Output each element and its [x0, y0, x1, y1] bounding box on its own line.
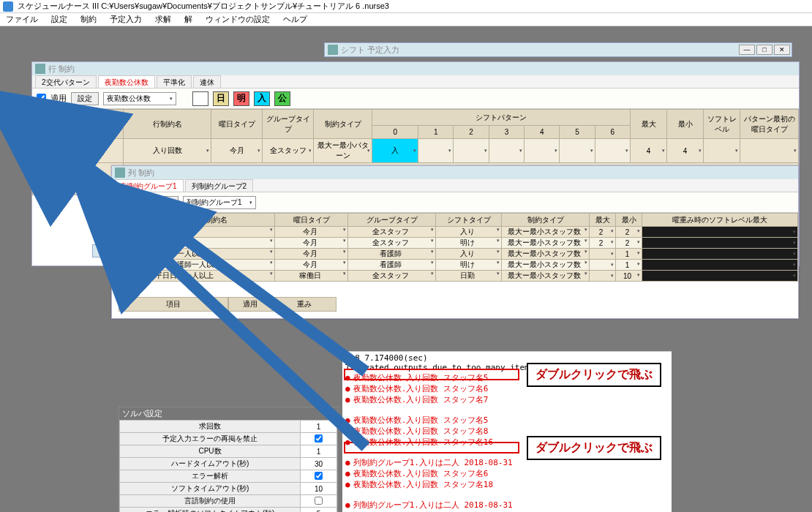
col-row-4-name[interactable]: 明け看護師一人以上 [151, 260, 275, 271]
col-sp6[interactable]: 6 [595, 126, 630, 139]
console-line-9[interactable]: ●夜勤数公休数.入り回数 スタッフ名6 [345, 468, 669, 479]
shift-btn-day[interactable]: 日 [213, 91, 229, 106]
menu-window-settings[interactable]: ウィンドウの設定 [203, 13, 273, 26]
menu-help[interactable]: ヘルプ [280, 13, 310, 26]
solver-chk-1[interactable] [315, 434, 323, 443]
ccol-apply[interactable]: 適用 [130, 214, 151, 227]
col-row-5-day[interactable]: 稼働日 [275, 271, 348, 282]
col-row-1-ctype[interactable]: 最大ー最小スタッフ数 [502, 227, 590, 238]
col-row-5-apply[interactable] [130, 271, 151, 282]
col-row-4-max[interactable] [590, 260, 616, 271]
col-row-2-name[interactable]: 明けは二人 [151, 238, 275, 249]
solver-table[interactable]: 求回数1予定入力エラーの再掲を禁止CPU数1ハードタイムアウト(秒)30エラー解… [119, 420, 337, 512]
row-2-max[interactable]: 4 [631, 139, 667, 163]
menu-constraints[interactable]: 制約 [78, 13, 99, 26]
col-constraint-window[interactable]: 列 制約 列制約グループ1 列制約グループ2 適用 設定 列制約グループ1 ▾ … [111, 165, 799, 319]
tab-2shift[interactable]: 2交代パターン [35, 75, 97, 88]
col-row-3-name[interactable]: 看護師一人以上 [151, 249, 275, 260]
col-row-5-chk[interactable] [136, 271, 144, 279]
row-2-daytype[interactable]: 今月 [211, 139, 263, 163]
shift-btn-blank[interactable] [192, 91, 208, 106]
col-grouptype[interactable]: グループタイプ [263, 110, 314, 139]
menu-settings[interactable]: 設定 [48, 13, 70, 26]
shift-max-button[interactable]: □ [756, 45, 772, 55]
col-settings-button[interactable]: 設定 [151, 196, 178, 209]
col-row-2-ctype[interactable]: 最大ー最小スタッフ数 [502, 238, 590, 249]
row-2-sp5[interactable] [560, 139, 595, 163]
tab-colgroup1[interactable]: 列制約グループ1 [115, 179, 184, 192]
solver-row-4[interactable]: エラー解析 [120, 470, 337, 483]
col-row-1-apply[interactable] [130, 227, 151, 238]
solver-row-7[interactable]: エラー解析時のソフトタイムアウト(秒)5 [120, 508, 337, 513]
solver-val-2[interactable]: 1 [301, 445, 337, 458]
row-2-sp0[interactable]: 入 [372, 139, 418, 163]
col-row-3-min[interactable]: 1 [616, 249, 642, 260]
col-row-1-shift[interactable]: 入り [436, 227, 502, 238]
console-line-2[interactable]: ●夜勤数公休数.入り回数 スタッフ名7 [345, 394, 669, 405]
ccol-shift[interactable]: シフトタイプ [436, 214, 502, 227]
solver-settings-panel[interactable]: ソルバ設定 求回数1予定入力エラーの再掲を禁止CPU数1ハードタイムアウト(秒)… [119, 407, 338, 512]
col-row-2-grp[interactable]: 全スタッフ [348, 238, 436, 249]
row-group-combo[interactable]: 夜勤数公休数 ▾ [103, 92, 176, 105]
shift-window[interactable]: シフト 予定入力 — □ ✕ [324, 42, 792, 57]
row-3-no[interactable]: 3 [33, 163, 53, 179]
shift-close-button[interactable]: ✕ [774, 45, 790, 55]
col-shiftpattern[interactable]: シフトパターン [372, 110, 631, 126]
ccol-daytype[interactable]: 曜日タイプ [275, 214, 348, 227]
row-2-sp6[interactable] [595, 139, 630, 163]
col-row-1-day[interactable]: 今月 [275, 227, 348, 238]
col-row-4-apply[interactable] [130, 260, 151, 271]
row-apply-checkbox[interactable] [37, 94, 46, 103]
tab-night-holiday[interactable]: 夜勤数公休数 [98, 75, 155, 88]
row-2[interactable]: 2 入り回数 今月 全スタッフ 最大ー最小パターン 入 4 4 [33, 139, 799, 163]
col-row-4-shift[interactable]: 明け [436, 260, 502, 271]
col-row-1-no[interactable]: 1 [113, 227, 130, 238]
row-4-apply-chk[interactable] [84, 182, 92, 190]
solver-chk-4[interactable] [315, 472, 323, 480]
solver-row-2[interactable]: CPU数1 [120, 445, 337, 458]
ccol-soft[interactable]: 曜重み時のソフトレベル最大 [642, 214, 798, 227]
col-row-1-grp[interactable]: 全スタッフ [348, 227, 436, 238]
col-row-1-chk[interactable] [136, 227, 144, 236]
col-row-5-no[interactable]: 5 [113, 271, 130, 282]
row-2-soft[interactable] [704, 139, 740, 163]
col-row-3-day[interactable]: 今月 [275, 249, 348, 260]
row-2-ctype[interactable]: 最大ー最小パターン [314, 139, 372, 163]
col-row-3-max[interactable] [590, 249, 616, 260]
shift-btn-in[interactable]: 入 [254, 91, 270, 106]
col-row-5-shift[interactable]: 日勤 [436, 271, 502, 282]
col-row-3-grp[interactable]: 看護師 [348, 249, 436, 260]
ccol-min[interactable]: 最小 [616, 214, 642, 227]
tab-colgroup2[interactable]: 列制約グループ2 [185, 179, 254, 192]
col-row-1-soft[interactable] [642, 227, 798, 238]
solver-val-0[interactable]: 1 [301, 421, 337, 433]
ccol-ctype[interactable]: 制約タイプ [502, 214, 590, 227]
ccol-max[interactable]: 最大 [590, 214, 616, 227]
row-2-group[interactable]: 全スタッフ [263, 139, 314, 163]
row-2-sp3[interactable] [489, 139, 524, 163]
col-row-2-min[interactable]: 2 [616, 238, 642, 249]
col-sp5[interactable]: 5 [560, 126, 595, 139]
solver-val-3[interactable]: 30 [301, 458, 337, 470]
col-row-4-min[interactable]: 1 [616, 260, 642, 271]
row-2-no[interactable]: 2 [33, 139, 53, 163]
console-line-5[interactable]: ●夜勤数公休数.入り回数 スタッフ名8 [345, 426, 669, 437]
col-row-5-name[interactable]: 平日日勤一人以上 [151, 271, 275, 282]
col-row-4-ctype[interactable]: 最大ー最小スタッフ数 [502, 260, 590, 271]
row-2-apply-chk[interactable] [84, 146, 92, 154]
col-row-2-apply[interactable] [130, 238, 151, 249]
col-max[interactable]: 最大 [631, 110, 667, 139]
col-row-4[interactable]: 4明け看護師一人以上今月看護師明け最大ー最小スタッフ数1 [113, 260, 798, 271]
col-sp0[interactable]: 0 [372, 126, 418, 139]
solver-chk-6[interactable] [315, 497, 323, 505]
col-name[interactable]: 行制約名 [124, 110, 211, 139]
col-softlevel[interactable]: ソフトレベル [704, 110, 740, 139]
col-consttype[interactable]: 制約タイプ [314, 110, 372, 139]
row-3-apply-chk[interactable] [84, 166, 92, 174]
solver-row-5[interactable]: ソフトタイムアウト(秒)10 [120, 483, 337, 495]
row-2-sp4[interactable] [525, 139, 560, 163]
solver-val-6[interactable] [301, 495, 337, 508]
tab-leveling[interactable]: 平準化 [157, 75, 192, 88]
col-row-4-no[interactable]: 4 [113, 260, 130, 271]
lh-col1[interactable]: 項目 [119, 297, 228, 312]
